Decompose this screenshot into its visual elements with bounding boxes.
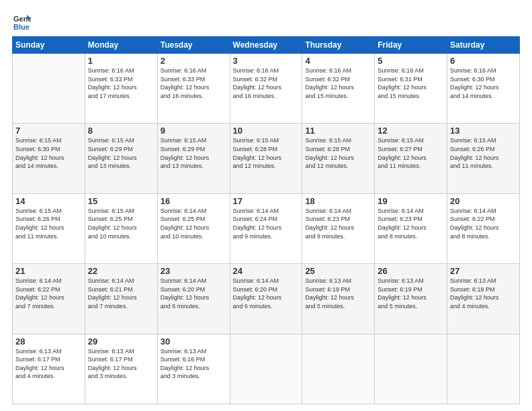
day-info: Sunrise: 6:14 AM Sunset: 6:20 PM Dayligh…	[233, 277, 300, 310]
day-number: 9	[161, 126, 227, 136]
calendar-cell: 30Sunrise: 6:13 AM Sunset: 6:16 PM Dayli…	[157, 334, 230, 404]
day-info: Sunrise: 6:16 AM Sunset: 6:31 PM Dayligh…	[378, 66, 444, 100]
calendar-cell	[13, 54, 85, 124]
day-number: 20	[450, 196, 517, 206]
day-info: Sunrise: 6:13 AM Sunset: 6:17 PM Dayligh…	[15, 347, 82, 381]
day-number: 25	[305, 266, 371, 276]
day-info: Sunrise: 6:15 AM Sunset: 6:29 PM Dayligh…	[88, 136, 154, 170]
calendar-cell: 21Sunrise: 6:14 AM Sunset: 6:22 PM Dayli…	[13, 264, 85, 334]
calendar-header-row: SundayMondayTuesdayWednesdayThursdayFrid…	[13, 37, 520, 54]
header-saturday: Saturday	[447, 37, 520, 54]
calendar-cell: 29Sunrise: 6:13 AM Sunset: 6:17 PM Dayli…	[85, 334, 157, 404]
day-info: Sunrise: 6:13 AM Sunset: 6:19 PM Dayligh…	[378, 277, 444, 310]
day-number: 8	[88, 126, 154, 136]
calendar-cell: 11Sunrise: 6:15 AM Sunset: 6:28 PM Dayli…	[302, 124, 375, 193]
day-info: Sunrise: 6:14 AM Sunset: 6:23 PM Dayligh…	[305, 207, 371, 240]
calendar-cell: 10Sunrise: 6:15 AM Sunset: 6:28 PM Dayli…	[230, 124, 302, 193]
day-number: 6	[450, 56, 517, 66]
calendar-cell: 12Sunrise: 6:15 AM Sunset: 6:27 PM Dayli…	[375, 124, 447, 193]
day-info: Sunrise: 6:14 AM Sunset: 6:23 PM Dayligh…	[378, 207, 444, 240]
calendar-cell: 5Sunrise: 6:16 AM Sunset: 6:31 PM Daylig…	[375, 54, 447, 124]
day-number: 1	[88, 56, 154, 66]
day-number: 27	[450, 266, 517, 276]
day-info: Sunrise: 6:14 AM Sunset: 6:22 PM Dayligh…	[15, 277, 82, 310]
day-info: Sunrise: 6:13 AM Sunset: 6:16 PM Dayligh…	[161, 347, 227, 381]
day-info: Sunrise: 6:14 AM Sunset: 6:20 PM Dayligh…	[161, 277, 227, 310]
day-info: Sunrise: 6:15 AM Sunset: 6:26 PM Dayligh…	[450, 136, 517, 170]
day-number: 23	[161, 266, 227, 276]
day-number: 22	[88, 266, 154, 276]
day-number: 11	[305, 126, 371, 136]
calendar-cell: 20Sunrise: 6:14 AM Sunset: 6:22 PM Dayli…	[447, 193, 520, 263]
day-info: Sunrise: 6:14 AM Sunset: 6:24 PM Dayligh…	[233, 207, 300, 240]
header-tuesday: Tuesday	[157, 37, 230, 54]
calendar-cell: 2Sunrise: 6:16 AM Sunset: 6:33 PM Daylig…	[157, 54, 230, 124]
day-info: Sunrise: 6:13 AM Sunset: 6:17 PM Dayligh…	[88, 347, 154, 381]
day-number: 5	[378, 56, 444, 66]
day-info: Sunrise: 6:13 AM Sunset: 6:18 PM Dayligh…	[450, 277, 517, 310]
calendar-cell: 27Sunrise: 6:13 AM Sunset: 6:18 PM Dayli…	[447, 264, 520, 334]
day-info: Sunrise: 6:15 AM Sunset: 6:28 PM Dayligh…	[233, 136, 300, 170]
day-number: 29	[88, 336, 154, 347]
calendar-table: SundayMondayTuesdayWednesdayThursdayFrid…	[12, 36, 520, 404]
header-sunday: Sunday	[13, 37, 85, 54]
calendar-cell: 16Sunrise: 6:14 AM Sunset: 6:25 PM Dayli…	[157, 193, 230, 263]
calendar-cell: 24Sunrise: 6:14 AM Sunset: 6:20 PM Dayli…	[230, 264, 302, 334]
calendar-cell: 3Sunrise: 6:16 AM Sunset: 6:32 PM Daylig…	[230, 54, 302, 124]
day-number: 19	[378, 196, 444, 206]
day-number: 3	[233, 56, 300, 66]
day-number: 30	[161, 336, 227, 347]
svg-text:Blue: Blue	[13, 23, 30, 31]
day-info: Sunrise: 6:14 AM Sunset: 6:22 PM Dayligh…	[450, 207, 517, 240]
week-row-5: 28Sunrise: 6:13 AM Sunset: 6:17 PM Dayli…	[13, 334, 520, 404]
day-number: 12	[378, 126, 444, 136]
header-wednesday: Wednesday	[230, 37, 302, 54]
day-info: Sunrise: 6:15 AM Sunset: 6:25 PM Dayligh…	[88, 207, 154, 240]
calendar-cell: 18Sunrise: 6:14 AM Sunset: 6:23 PM Dayli…	[302, 193, 375, 263]
day-number: 10	[233, 126, 300, 136]
calendar-cell: 14Sunrise: 6:15 AM Sunset: 6:26 PM Dayli…	[13, 193, 85, 263]
day-number: 2	[161, 56, 227, 66]
day-info: Sunrise: 6:15 AM Sunset: 6:26 PM Dayligh…	[15, 207, 82, 240]
day-info: Sunrise: 6:13 AM Sunset: 6:19 PM Dayligh…	[305, 277, 371, 310]
day-info: Sunrise: 6:15 AM Sunset: 6:27 PM Dayligh…	[378, 136, 444, 170]
logo: General Blue	[12, 12, 34, 31]
header-friday: Friday	[375, 37, 447, 54]
day-info: Sunrise: 6:14 AM Sunset: 6:25 PM Dayligh…	[161, 207, 227, 240]
calendar-cell: 13Sunrise: 6:15 AM Sunset: 6:26 PM Dayli…	[447, 124, 520, 193]
calendar-cell: 15Sunrise: 6:15 AM Sunset: 6:25 PM Dayli…	[85, 193, 157, 263]
day-info: Sunrise: 6:16 AM Sunset: 6:32 PM Dayligh…	[305, 66, 371, 100]
calendar-cell	[230, 334, 302, 404]
calendar-cell	[375, 334, 447, 404]
calendar-cell: 28Sunrise: 6:13 AM Sunset: 6:17 PM Dayli…	[13, 334, 85, 404]
day-info: Sunrise: 6:16 AM Sunset: 6:32 PM Dayligh…	[233, 66, 300, 100]
day-number: 15	[88, 196, 154, 206]
day-number: 4	[305, 56, 371, 66]
day-number: 16	[161, 196, 227, 206]
day-number: 13	[450, 126, 517, 136]
day-info: Sunrise: 6:16 AM Sunset: 6:33 PM Dayligh…	[88, 66, 154, 100]
day-info: Sunrise: 6:15 AM Sunset: 6:30 PM Dayligh…	[15, 136, 82, 170]
calendar-cell: 6Sunrise: 6:16 AM Sunset: 6:30 PM Daylig…	[447, 54, 520, 124]
calendar-cell: 4Sunrise: 6:16 AM Sunset: 6:32 PM Daylig…	[302, 54, 375, 124]
calendar-body: 1Sunrise: 6:16 AM Sunset: 6:33 PM Daylig…	[13, 54, 520, 404]
day-info: Sunrise: 6:14 AM Sunset: 6:21 PM Dayligh…	[88, 277, 154, 310]
day-number: 17	[233, 196, 300, 206]
week-row-4: 21Sunrise: 6:14 AM Sunset: 6:22 PM Dayli…	[13, 264, 520, 334]
calendar-cell: 22Sunrise: 6:14 AM Sunset: 6:21 PM Dayli…	[85, 264, 157, 334]
day-number: 7	[15, 126, 82, 136]
day-info: Sunrise: 6:15 AM Sunset: 6:29 PM Dayligh…	[161, 136, 227, 170]
calendar-cell: 9Sunrise: 6:15 AM Sunset: 6:29 PM Daylig…	[157, 124, 230, 193]
logo-icon: General Blue	[12, 12, 31, 31]
day-info: Sunrise: 6:16 AM Sunset: 6:33 PM Dayligh…	[161, 66, 227, 100]
calendar-cell	[447, 334, 520, 404]
week-row-3: 14Sunrise: 6:15 AM Sunset: 6:26 PM Dayli…	[13, 193, 520, 263]
day-info: Sunrise: 6:16 AM Sunset: 6:30 PM Dayligh…	[450, 66, 517, 100]
calendar-cell: 7Sunrise: 6:15 AM Sunset: 6:30 PM Daylig…	[13, 124, 85, 193]
calendar-cell	[302, 334, 375, 404]
header-thursday: Thursday	[302, 37, 375, 54]
day-number: 26	[378, 266, 444, 276]
day-number: 28	[15, 336, 82, 347]
calendar-cell: 26Sunrise: 6:13 AM Sunset: 6:19 PM Dayli…	[375, 264, 447, 334]
day-number: 14	[15, 196, 82, 206]
